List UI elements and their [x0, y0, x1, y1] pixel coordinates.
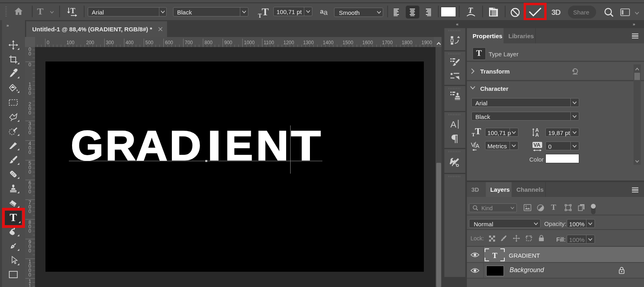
svg-text:A: A — [535, 132, 539, 137]
svg-text:VA: VA — [534, 142, 541, 148]
svg-text:A: A — [475, 142, 479, 149]
svg-text:T: T — [468, 7, 473, 14]
svg-text:A: A — [450, 119, 456, 129]
svg-text:T: T — [492, 251, 497, 260]
svg-text:T: T — [70, 7, 75, 15]
